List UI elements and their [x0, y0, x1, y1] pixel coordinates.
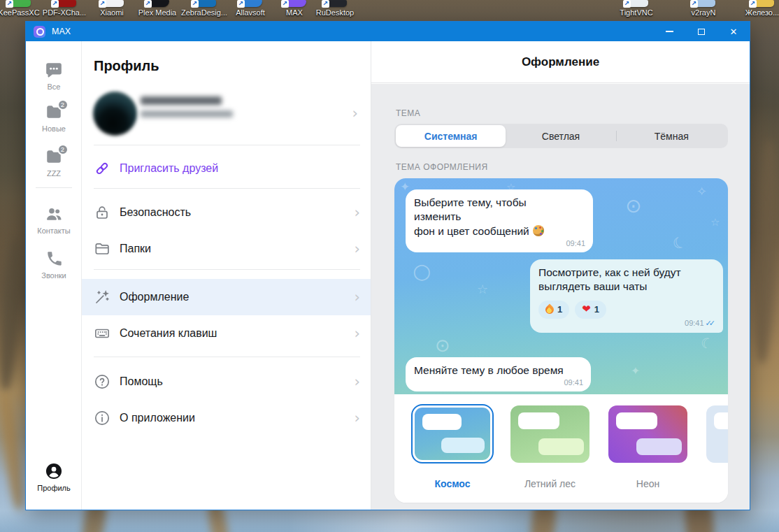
shortcut-arrow-icon: ↗: [237, 0, 245, 8]
theme-name[interactable]: Космос: [411, 478, 494, 489]
desktop-icon-zebradesigner[interactable]: ↗ZebraDesig...: [178, 0, 231, 17]
max-logo-icon: [34, 26, 45, 38]
window-title: MAX: [52, 27, 71, 36]
menu-row-appearance[interactable]: Оформление ›: [82, 279, 371, 315]
shortcut-arrow-icon: ↗: [99, 0, 106, 8]
menu-row-help[interactable]: Помощь ›: [82, 364, 371, 400]
reaction-heart[interactable]: ❤1: [575, 301, 606, 319]
nav-label: Профиль: [26, 484, 82, 492]
theme-thumb-cosmos[interactable]: [411, 404, 494, 463]
desktop-wallpaper-reed: [0, 237, 25, 391]
chevron-right-icon: ›: [355, 375, 360, 389]
nav-item-new-chats[interactable]: 2 Новые: [26, 103, 82, 133]
theme-name[interactable]: Летний лес: [510, 478, 589, 489]
menu-row-folders[interactable]: Папки ›: [82, 231, 371, 267]
nav-label: Новые: [26, 124, 82, 133]
tab-dark[interactable]: Тёмная: [617, 125, 727, 147]
appearance-header: Оформление: [371, 41, 750, 83]
chat-message-outgoing: Посмотрите, как с ней будут выглядеть ва…: [530, 259, 723, 333]
desktop-icon-label: PDF-XCha...: [38, 8, 91, 17]
shortcut-arrow-icon: ↗: [623, 0, 631, 8]
tab-system[interactable]: Системная: [396, 125, 506, 147]
divider: [94, 357, 360, 357]
preview-bubble: [518, 412, 559, 430]
reaction-fire[interactable]: 1: [538, 301, 569, 319]
desktop-icon-tightvnc[interactable]: ↗TightVNC: [610, 0, 663, 17]
divider: [94, 145, 360, 145]
preview-bubble: [441, 438, 485, 454]
link-icon: [94, 160, 110, 177]
nav-item-zzz[interactable]: 2 ZZZ: [26, 148, 82, 178]
desktop-icon-zhelezo[interactable]: ↗Железо...: [736, 0, 779, 17]
theme-thumb-partial[interactable]: [706, 405, 728, 463]
chats-icon: [45, 61, 64, 79]
page-title: Профиль: [94, 58, 159, 74]
contacts-icon: [45, 205, 64, 223]
profile-icon: [45, 462, 64, 480]
theme-thumb-forest[interactable]: [510, 405, 589, 463]
folder-icon: 2: [45, 103, 64, 121]
maximize-button[interactable]: [685, 22, 717, 41]
theme-thumb-neon[interactable]: [608, 405, 687, 463]
nav-label: Контакты: [26, 227, 82, 235]
info-icon: [94, 410, 110, 426]
heart-emoji: ❤: [582, 304, 591, 315]
nav-label: Все: [26, 82, 82, 91]
star-doodle-icon: ✧: [696, 185, 707, 198]
star-doodle-icon: ☆: [710, 217, 720, 228]
close-button[interactable]: ✕: [717, 22, 750, 41]
folder-outline-icon: [94, 240, 110, 257]
invite-friends-row[interactable]: Пригласить друзей: [82, 150, 371, 187]
nav-item-contacts[interactable]: Контакты: [26, 205, 82, 235]
tab-light[interactable]: Светлая: [506, 125, 615, 147]
planet-doodle-icon: ⊙: [435, 336, 450, 354]
menu-row-about[interactable]: О приложении ›: [82, 400, 371, 436]
moon-doodle-icon: ☾: [699, 335, 715, 352]
reaction-count: 1: [557, 303, 562, 315]
close-icon: ✕: [730, 27, 738, 36]
message-time: 09:41✓✓: [685, 318, 715, 329]
menu-label: Помощь: [120, 375, 163, 388]
nav-item-calls[interactable]: Звонки: [26, 250, 82, 280]
desktop-icon-label: TightVNC: [610, 8, 663, 17]
menu-label: Оформление: [120, 291, 189, 303]
minimize-button[interactable]: [653, 22, 685, 41]
chevron-right-icon: ›: [355, 290, 360, 304]
rail-divider: [36, 187, 72, 188]
theme-name[interactable]: Неон: [608, 478, 687, 489]
desktop-icon-label: v2rayN: [677, 8, 730, 17]
desktop-icon-plex[interactable]: ↗Plex Media: [131, 0, 184, 17]
desktop: ↗KeePassXC ↗PDF-XCha... ↗Xiaomi ↗Plex Me…: [0, 0, 779, 532]
read-checkmarks-icon: ✓✓: [706, 319, 715, 327]
shortcut-arrow-icon: ↗: [690, 0, 698, 8]
desktop-icon-v2rayn[interactable]: ↗v2rayN: [677, 0, 730, 17]
planet-doodle-icon: ○: [413, 261, 431, 282]
theme-card: ✦ ○ ☆ ⊙ ✧ ☆ ☾ ○ ☆ ✧ ⊙ ☾ ✦ ○: [394, 178, 728, 503]
menu-label: Папки: [120, 243, 151, 255]
menu-label: О приложении: [120, 412, 195, 424]
menu-row-security[interactable]: Безопасность ›: [82, 194, 371, 231]
menu-row-shortcuts[interactable]: Сочетания клавиш ›: [82, 315, 371, 352]
desktop-icon-label: Plex Media: [131, 8, 184, 17]
desktop-icon-rudesktop[interactable]: ↗RuDesktop: [308, 0, 362, 17]
preview-bubble: [538, 438, 585, 456]
user-profile-row[interactable]: [82, 87, 371, 143]
menu-label: Безопасность: [120, 206, 191, 219]
max-app-window: MAX ✕ Все 2 Новые: [25, 21, 750, 510]
fire-emoji: [544, 303, 556, 315]
chat-preview: ✦ ○ ☆ ⊙ ✧ ☆ ☾ ○ ☆ ✧ ⊙ ☾ ✦ ○: [394, 178, 728, 394]
chevron-right-icon: ›: [355, 206, 360, 220]
nav-item-profile[interactable]: Профиль: [26, 462, 82, 492]
desktop-icon-pdf-xchange[interactable]: ↗PDF-XCha...: [38, 0, 91, 17]
shortcut-arrow-icon: ↗: [322, 0, 329, 8]
minimize-icon: [666, 31, 673, 32]
planet-doodle-icon: ⊙: [625, 196, 641, 216]
window-titlebar[interactable]: MAX ✕: [26, 22, 750, 41]
lock-icon: [94, 204, 110, 221]
reaction-count: 1: [594, 303, 599, 315]
nav-item-all-chats[interactable]: Все: [26, 61, 82, 91]
shortcut-arrow-icon: ↗: [281, 0, 289, 8]
keyboard-icon: [94, 325, 110, 342]
star-doodle-icon: ✦: [631, 366, 640, 377]
desktop-wallpaper-reed: [751, 140, 779, 364]
